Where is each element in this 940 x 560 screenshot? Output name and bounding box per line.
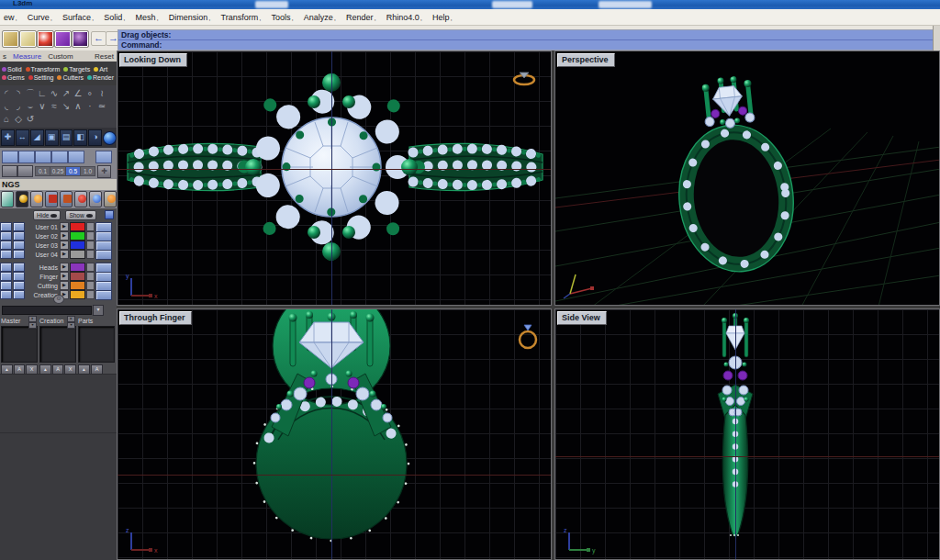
hand-icon[interactable] — [1, 191, 14, 207]
curve-tool-icon[interactable]: ◜ — [1, 87, 12, 99]
menu-item-tools[interactable]: Tools, — [271, 13, 293, 22]
curve-tool-icon[interactable]: ◟ — [1, 100, 12, 112]
menu-item-solid[interactable]: Solid, — [104, 13, 125, 22]
gold-sphere-icon[interactable] — [16, 191, 28, 207]
curve-tool-icon[interactable]: ≀ — [96, 87, 107, 99]
column-up-button[interactable]: ▸ — [67, 316, 75, 322]
category-solid[interactable]: Solid — [2, 66, 22, 73]
layer-state-button[interactable] — [0, 222, 12, 231]
snap-toggle-button[interactable] — [35, 151, 51, 163]
menu-item-transform[interactable]: Transform, — [221, 13, 262, 22]
layer-state-button[interactable] — [0, 231, 12, 241]
layer-color-swatch[interactable] — [70, 250, 85, 259]
curve-tool-icon[interactable]: · — [84, 100, 95, 112]
menu-item-view[interactable]: ew, — [4, 13, 17, 22]
layer-lock-button[interactable] — [13, 263, 25, 272]
layer-lock-button[interactable] — [13, 222, 25, 231]
snap-value-option[interactable]: 1.0 — [80, 166, 95, 176]
menu-item-dimension[interactable]: Dimension, — [169, 13, 211, 22]
category-cutters[interactable]: Cutters — [57, 74, 84, 81]
category-transform[interactable]: Transform — [26, 66, 61, 73]
menu-item-help[interactable]: Help, — [432, 13, 453, 22]
column-down-button[interactable]: ▾ — [28, 322, 37, 329]
layer-lock-button[interactable] — [13, 281, 25, 290]
container-icon[interactable] — [19, 30, 37, 48]
layer-panel-collapse-button[interactable]: ⊙ — [53, 295, 64, 304]
curve-tool-icon[interactable]: ⌂ — [1, 113, 12, 125]
reset-button[interactable]: Reset — [95, 52, 114, 61]
layer-expand-button[interactable]: ▶ — [60, 250, 69, 259]
layer-mini-button[interactable] — [86, 222, 95, 231]
layer-expand-button[interactable]: ▶ — [60, 241, 69, 250]
wrench-icon[interactable] — [30, 191, 43, 207]
cplane-button[interactable] — [17, 165, 33, 177]
curve-tool-icon[interactable]: ↘ — [61, 100, 72, 112]
array-tool-icon[interactable]: ▤ — [60, 129, 73, 146]
library-list-creation[interactable] — [39, 326, 76, 363]
curve-tool-icon[interactable]: ∠ — [73, 87, 84, 99]
layer-expand-button[interactable]: ▶ — [60, 272, 69, 281]
snap-value-option[interactable]: 0.25 — [50, 166, 66, 176]
export-icon[interactable] — [45, 191, 58, 207]
layer-state-button[interactable] — [0, 290, 12, 299]
apply-button[interactable]: A — [91, 364, 103, 375]
command-prompt-input[interactable]: Command: — [118, 39, 939, 50]
layer-mini-button[interactable] — [86, 241, 95, 250]
layer-state-button[interactable] — [0, 250, 12, 259]
snap-toggle-button[interactable] — [18, 151, 35, 163]
layer-color-swatch[interactable] — [70, 281, 85, 290]
curve-tool-icon[interactable]: ↗ — [61, 87, 72, 99]
sphere-red-icon[interactable] — [37, 30, 54, 48]
panel-gadget-button[interactable] — [105, 210, 114, 219]
category-gems[interactable]: Gems — [2, 74, 25, 81]
add-button[interactable]: ▴ — [39, 364, 51, 375]
viewport-through-finger[interactable]: Through Finger z x — [117, 308, 552, 560]
hide-button[interactable]: Hide — [33, 210, 61, 220]
globe-icon[interactable] — [103, 131, 117, 145]
saturn-icon[interactable] — [72, 30, 89, 48]
tab-measure[interactable]: Measure — [13, 52, 41, 61]
import-icon[interactable] — [60, 191, 73, 207]
delete-button[interactable]: X — [26, 364, 38, 375]
layer-color-swatch[interactable] — [70, 241, 85, 250]
curve-tool-icon[interactable]: ◝ — [13, 87, 24, 99]
stop-icon[interactable] — [74, 191, 87, 207]
curve-tool-icon[interactable]: ∨ — [37, 100, 48, 112]
layer-mini-button[interactable] — [86, 231, 95, 241]
viewport-looking-down[interactable]: Looking Down y x — [117, 50, 552, 306]
pan-tool-icon[interactable]: ↔ — [16, 129, 29, 146]
show-button[interactable]: Show — [65, 210, 95, 220]
viewport-title[interactable]: Looking Down — [119, 53, 187, 67]
menu-item-rhino40[interactable]: Rhino4.0, — [386, 13, 422, 22]
snap-toggle-button[interactable] — [95, 151, 112, 163]
viewport-side-view[interactable]: Side View z y — [554, 308, 940, 560]
snap-toggle-button[interactable] — [51, 151, 68, 163]
category-render[interactable]: Render — [87, 74, 114, 81]
curve-tool-icon[interactable]: ∧ — [73, 100, 84, 112]
layer-lock-button[interactable] — [13, 231, 25, 241]
category-setting[interactable]: Setting — [28, 74, 54, 81]
curve-tool-icon[interactable]: ∟ — [37, 87, 48, 99]
viewport-title[interactable]: Through Finger — [119, 311, 192, 325]
box-icon[interactable] — [2, 30, 19, 48]
curve-tool-icon[interactable]: ◇ — [13, 113, 24, 125]
layer-color-swatch[interactable] — [70, 272, 85, 281]
curve-tool-icon[interactable]: ≃ — [96, 100, 107, 112]
move-tool-icon[interactable]: ✚ — [1, 129, 15, 146]
menu-item-curve[interactable]: Curve, — [28, 13, 52, 22]
layer-expand-button[interactable]: ▶ — [60, 231, 69, 241]
person-icon[interactable] — [104, 191, 117, 207]
viewport-perspective[interactable]: Perspective — [554, 50, 940, 306]
layer-expand-button[interactable]: ▶ — [60, 222, 69, 231]
menu-item-surface[interactable]: Surface, — [62, 13, 94, 22]
curve-tool-icon[interactable]: ⌣ — [25, 100, 36, 112]
menu-item-render[interactable]: Render, — [346, 13, 376, 22]
layer-color-swatch[interactable] — [70, 290, 85, 299]
layer-state-button[interactable] — [0, 263, 12, 272]
blue-ball-icon[interactable] — [89, 191, 102, 207]
shade-tool-icon[interactable]: ◑ — [88, 129, 102, 146]
curve-tool-icon[interactable]: ↺ — [25, 113, 36, 125]
delete-button[interactable]: X — [64, 364, 76, 375]
layer-state-button[interactable] — [0, 241, 12, 250]
add-button[interactable]: ▴ — [78, 364, 90, 375]
